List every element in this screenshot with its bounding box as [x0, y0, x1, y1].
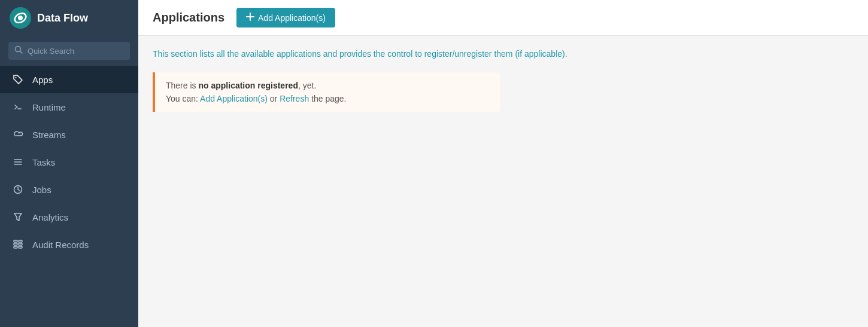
terminal-icon — [12, 101, 24, 113]
add-application-link[interactable]: Add Application(s) — [200, 94, 268, 103]
content-area: This section lists all the available app… — [138, 36, 868, 327]
notice-or: or — [268, 94, 280, 103]
sidebar: Data Flow Apps — [0, 0, 138, 327]
page-title: Applications — [153, 11, 224, 25]
list-icon — [12, 156, 24, 168]
sidebar-item-audit-records-label: Audit Records — [32, 240, 89, 250]
search-icon — [14, 45, 23, 56]
svg-point-2 — [18, 16, 23, 20]
add-application-button[interactable]: Add Application(s) — [236, 8, 335, 27]
search-input-wrap[interactable] — [8, 42, 130, 60]
svg-rect-15 — [14, 246, 17, 248]
funnel-icon — [12, 211, 24, 223]
logo-text: Data Flow — [37, 12, 88, 25]
sidebar-item-analytics-label: Analytics — [32, 212, 68, 222]
sidebar-item-tasks-label: Tasks — [32, 157, 55, 167]
svg-rect-16 — [19, 240, 22, 242]
sidebar-item-streams-label: Streams — [32, 130, 66, 140]
cloud-icon — [12, 129, 24, 140]
logo-area: Data Flow — [0, 0, 138, 36]
sidebar-item-jobs-label: Jobs — [32, 185, 51, 195]
search-area — [0, 36, 138, 66]
notice-line2: You can: Add Application(s) or Refresh t… — [166, 94, 489, 103]
header: Applications Add Application(s) — [138, 0, 868, 36]
notice-suffix: , yet. — [298, 81, 316, 90]
svg-rect-18 — [19, 246, 22, 248]
clock-icon — [12, 184, 24, 195]
svg-line-4 — [20, 51, 23, 54]
notice-line2-prefix: You can: — [166, 94, 200, 103]
tag-icon — [12, 74, 24, 85]
plus-icon — [246, 13, 254, 23]
svg-rect-17 — [19, 243, 22, 245]
sidebar-item-apps-label: Apps — [32, 75, 53, 85]
notice-bold: no application registered — [198, 81, 298, 90]
svg-rect-14 — [14, 243, 17, 245]
sidebar-item-apps[interactable]: Apps — [0, 66, 138, 93]
refresh-link[interactable]: Refresh — [280, 94, 309, 103]
svg-marker-12 — [14, 213, 22, 221]
svg-rect-13 — [14, 240, 17, 242]
notice-prefix: There is — [166, 81, 198, 90]
main-content: Applications Add Application(s) This sec… — [138, 0, 868, 327]
sidebar-item-analytics[interactable]: Analytics — [0, 203, 138, 231]
sidebar-item-runtime-label: Runtime — [32, 102, 66, 112]
add-application-btn-label: Add Application(s) — [258, 13, 326, 23]
notice-box: There is no application registered, yet.… — [153, 72, 500, 112]
notice-line1: There is no application registered, yet. — [166, 81, 489, 90]
grid-icon — [12, 239, 24, 250]
sidebar-item-audit-records[interactable]: Audit Records — [0, 231, 138, 258]
search-input[interactable] — [28, 47, 124, 56]
sidebar-item-tasks[interactable]: Tasks — [0, 148, 138, 176]
svg-point-5 — [16, 77, 17, 78]
sidebar-item-streams[interactable]: Streams — [0, 121, 138, 148]
notice-page: the page. — [309, 94, 346, 103]
logo-icon — [10, 7, 31, 29]
description-text: This section lists all the available app… — [153, 48, 854, 60]
sidebar-item-runtime[interactable]: Runtime — [0, 93, 138, 121]
sidebar-item-jobs[interactable]: Jobs — [0, 176, 138, 203]
